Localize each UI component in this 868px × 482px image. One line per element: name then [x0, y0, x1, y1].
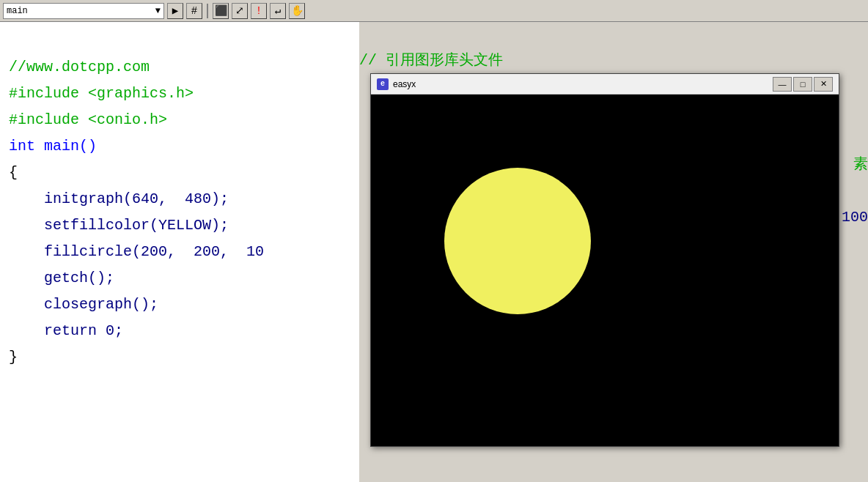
toolbar-icon-3: ⬛ [215, 4, 227, 17]
toolbar-icon-6: ↵ [275, 4, 281, 17]
line-3: #include <conio.h> [9, 111, 167, 128]
easyx-title-buttons: — □ ✕ [773, 77, 833, 92]
easyx-canvas [371, 94, 839, 446]
easyx-close-btn[interactable]: ✕ [814, 77, 833, 92]
line-2: #include <graphics.h> [9, 85, 194, 102]
toolbar-btn-4[interactable]: ⤢ [232, 3, 248, 19]
line-10: closegraph(); [9, 296, 158, 313]
line-4: int main() [9, 138, 97, 155]
dropdown-arrow: ▼ [155, 6, 161, 16]
easyx-window: e easyx — □ ✕ [370, 73, 839, 447]
toolbar-icon-4: ⤢ [235, 4, 244, 17]
toolbar-icon-5: ! [256, 5, 262, 17]
toolbar-btn-1[interactable]: ▶ [167, 3, 183, 19]
line-8: fillcircle(200, 200, 10 [9, 243, 264, 260]
toolbar-btn-2[interactable]: # [186, 3, 202, 19]
toolbar-btn-3[interactable]: ⬛ [213, 3, 229, 19]
yellow-circle [444, 168, 591, 314]
easyx-titlebar: e easyx — □ ✕ [371, 74, 839, 94]
line-9: getch(); [9, 270, 114, 286]
side-comment: // 引用图形库头文件 [359, 50, 503, 70]
line-12: } [9, 349, 18, 366]
line-5: { [9, 164, 18, 181]
separator-1 [207, 4, 208, 18]
toolbar-icon-1: ▶ [172, 4, 178, 17]
toolbar-btn-7[interactable]: ✋ [289, 3, 305, 19]
toolbar-icon-2: # [191, 5, 197, 17]
easyx-maximize-btn[interactable]: □ [793, 77, 812, 92]
dropdown-label: main [7, 6, 28, 16]
easyx-minimize-btn[interactable]: — [773, 77, 792, 92]
toolbar: main ▼ ▶ # ⬛ ⤢ ! ↵ ✋ [0, 0, 868, 22]
toolbar-btn-6[interactable]: ↵ [270, 3, 286, 19]
code-content: //www.dotcpp.com #include <graphics.h> #… [0, 22, 359, 403]
function-dropdown[interactable]: main ▼ [3, 3, 164, 19]
right-edge-text-2: 100 [842, 209, 868, 226]
toolbar-icon-7: ✋ [291, 4, 304, 17]
easyx-title-text: easyx [393, 79, 773, 89]
right-edge-text-1: 素 [853, 154, 868, 174]
line-6: initgraph(640, 480); [9, 190, 229, 207]
line-7: setfillcolor(YELLOW); [9, 217, 229, 234]
line-11: return 0; [9, 322, 123, 339]
code-editor[interactable]: //www.dotcpp.com #include <graphics.h> #… [0, 22, 359, 482]
easyx-app-icon: e [377, 78, 389, 90]
toolbar-btn-5[interactable]: ! [251, 3, 267, 19]
line-1: //www.dotcpp.com [9, 59, 150, 75]
